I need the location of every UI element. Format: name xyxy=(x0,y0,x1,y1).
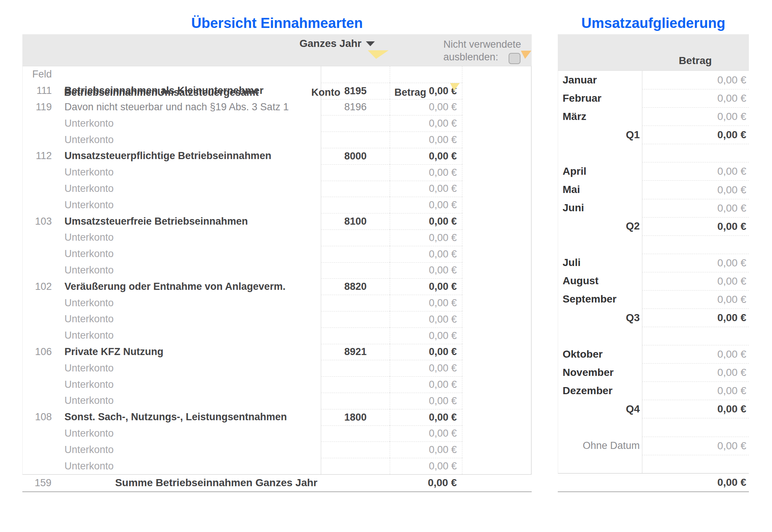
betrag-cell[interactable]: 0,00 € xyxy=(390,278,462,295)
betrag-cell[interactable]: 0,00 € xyxy=(390,344,462,360)
description-cell[interactable]: Davon nicht steuerbar und nach §19 Abs. … xyxy=(52,99,321,115)
betrag-cell[interactable]: 0,00 € xyxy=(390,327,462,344)
description-cell[interactable]: Sonst. Sach-, Nutzungs-, Leistungsentnah… xyxy=(52,409,321,425)
konto-cell[interactable] xyxy=(321,181,390,197)
konto-cell[interactable]: 1800 xyxy=(321,409,390,425)
period-label-cell[interactable]: Oktober xyxy=(558,345,642,363)
betrag-cell[interactable]: 0,00 € xyxy=(390,246,462,262)
konto-cell[interactable] xyxy=(321,327,390,344)
description-cell[interactable]: Umsatzsteuerpflichtige Betriebseinnahmen xyxy=(52,148,321,164)
period-label-cell[interactable]: Mai xyxy=(558,180,642,199)
konto-cell[interactable] xyxy=(321,246,390,262)
period-label-cell[interactable]: November xyxy=(558,363,642,381)
konto-cell[interactable] xyxy=(321,295,390,311)
period-label-cell[interactable]: Dezember xyxy=(558,381,642,400)
description-cell[interactable]: Unterkonto xyxy=(52,441,321,458)
betrag-cell[interactable]: 0,00 € xyxy=(390,425,462,442)
description-cell[interactable]: Umsatzsteuerfreie Betriebseinnahmen xyxy=(52,213,321,229)
description-cell[interactable]: Unterkonto xyxy=(52,262,321,279)
betrag-cell[interactable]: 0,00 € xyxy=(390,376,462,393)
betrag-cell[interactable]: 0,00 € xyxy=(390,229,462,246)
description-cell[interactable]: Unterkonto xyxy=(52,295,321,311)
description-cell[interactable]: Unterkonto xyxy=(52,164,321,181)
description-cell[interactable]: Unterkonto xyxy=(52,181,321,197)
period-label-cell[interactable]: März xyxy=(558,107,642,126)
amount-cell[interactable]: 0,00 € xyxy=(642,217,749,235)
konto-cell[interactable]: 8196 xyxy=(321,99,390,115)
period-label-cell[interactable]: Q1 xyxy=(558,126,642,144)
description-cell[interactable]: Veräußerung oder Entnahme von Anlageverm… xyxy=(52,278,321,295)
period-label-cell[interactable]: August xyxy=(558,272,642,290)
betrag-cell[interactable]: 0,00 € xyxy=(390,197,462,213)
description-cell[interactable]: Unterkonto xyxy=(52,229,321,246)
description-cell[interactable]: Unterkonto xyxy=(52,376,321,393)
konto-cell[interactable] xyxy=(321,115,390,132)
betrag-cell[interactable]: 0,00 € xyxy=(390,148,462,164)
konto-cell[interactable] xyxy=(321,425,390,442)
betrag-cell[interactable]: 0,00 € xyxy=(390,393,462,409)
betrag-cell[interactable]: 0,00 € xyxy=(390,115,462,132)
konto-cell[interactable] xyxy=(321,164,390,181)
period-label-cell[interactable]: Juni xyxy=(558,199,642,217)
konto-cell[interactable]: 8820 xyxy=(321,278,390,295)
description-cell[interactable]: Unterkonto xyxy=(52,132,321,148)
betrag-cell[interactable]: 0,00 € xyxy=(390,262,462,279)
konto-cell[interactable] xyxy=(321,229,390,246)
amount-cell[interactable]: 0,00 € xyxy=(642,381,749,400)
betrag-cell[interactable]: 0,00 € xyxy=(390,409,462,425)
description-cell[interactable]: Unterkonto xyxy=(52,425,321,442)
konto-cell[interactable] xyxy=(321,360,390,376)
konto-cell[interactable] xyxy=(321,197,390,213)
description-cell[interactable]: Unterkonto xyxy=(52,458,321,474)
description-cell[interactable]: Unterkonto xyxy=(52,360,321,376)
description-cell[interactable]: Unterkonto xyxy=(52,311,321,327)
amount-cell[interactable]: 0,00 € xyxy=(642,89,749,107)
amount-cell[interactable]: 0,00 € xyxy=(642,363,749,381)
konto-cell[interactable] xyxy=(321,376,390,393)
betrag-cell[interactable]: 0,00 € xyxy=(390,99,462,115)
period-label-cell[interactable]: Q4 xyxy=(558,400,642,418)
amount-cell[interactable]: 0,00 € xyxy=(642,254,749,272)
amount-cell[interactable]: 0,00 € xyxy=(642,290,749,308)
konto-cell[interactable]: 8921 xyxy=(321,344,390,360)
betrag-cell[interactable]: 0,00 € xyxy=(390,458,462,474)
hide-unused-checkbox[interactable] xyxy=(509,53,521,64)
konto-cell[interactable] xyxy=(321,458,390,474)
period-label-cell[interactable]: September xyxy=(558,290,642,308)
betrag-cell[interactable]: 0,00 € xyxy=(390,441,462,458)
description-cell[interactable]: Unterkonto xyxy=(52,197,321,213)
konto-cell[interactable] xyxy=(321,311,390,327)
amount-cell[interactable]: 0,00 € xyxy=(642,162,749,180)
amount-cell[interactable]: 0,00 € xyxy=(642,308,749,327)
description-cell[interactable]: Unterkonto xyxy=(52,327,321,344)
betrag-cell[interactable]: 0,00 € xyxy=(390,311,462,327)
konto-cell[interactable]: 8100 xyxy=(321,213,390,229)
betrag-cell[interactable]: 0,00 € xyxy=(390,181,462,197)
betrag-cell[interactable]: 0,00 € xyxy=(390,360,462,376)
betrag-cell[interactable]: 0,00 € xyxy=(390,83,462,99)
revenue-total-betrag-cell[interactable]: 0,00 € xyxy=(642,476,749,488)
amount-cell[interactable]: 0,00 € xyxy=(642,437,749,455)
period-label-cell[interactable]: Ohne Datum xyxy=(558,437,642,455)
period-label-cell[interactable]: Q3 xyxy=(558,308,642,327)
description-cell[interactable]: Unterkonto xyxy=(52,115,321,132)
konto-cell[interactable] xyxy=(321,262,390,279)
amount-cell[interactable]: 0,00 € xyxy=(642,126,749,144)
betrag-cell[interactable]: 0,00 € xyxy=(390,132,462,148)
betrag-cell[interactable]: 0,00 € xyxy=(390,164,462,181)
amount-cell[interactable]: 0,00 € xyxy=(642,272,749,290)
period-label-cell[interactable]: Februar xyxy=(558,89,642,107)
konto-cell[interactable] xyxy=(321,441,390,458)
amount-cell[interactable]: 0,00 € xyxy=(642,199,749,217)
summary-betrag-cell[interactable]: 0,00 € xyxy=(389,477,462,489)
amount-cell[interactable]: 0,00 € xyxy=(642,180,749,199)
period-label-cell[interactable]: Q2 xyxy=(558,217,642,235)
betrag-cell[interactable]: 0,00 € xyxy=(390,213,462,229)
amount-cell[interactable]: 0,00 € xyxy=(642,71,749,89)
period-label-cell[interactable]: Januar xyxy=(558,71,642,89)
description-cell[interactable]: Private KFZ Nutzung xyxy=(52,344,321,360)
betrag-cell[interactable]: 0,00 € xyxy=(390,295,462,311)
period-label-cell[interactable]: Juli xyxy=(558,254,642,272)
amount-cell[interactable]: 0,00 € xyxy=(642,107,749,126)
period-label-cell[interactable]: April xyxy=(558,162,642,180)
